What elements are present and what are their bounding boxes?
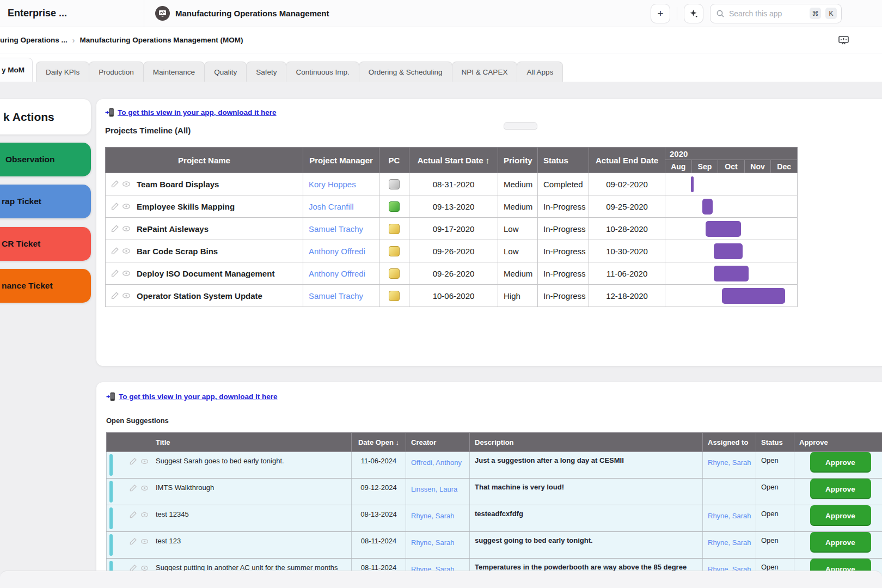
col-project-name[interactable]: Project Name bbox=[106, 148, 303, 173]
tab-bar: y MoMDaily KPIsProductionMaintenanceQual… bbox=[0, 58, 562, 82]
quick-action-cr-ticket[interactable]: CR Ticket bbox=[0, 227, 91, 261]
project-manager-link[interactable]: Anthony Offredi bbox=[303, 247, 365, 256]
project-manager-link[interactable]: Josh Cranfill bbox=[303, 202, 354, 211]
suggestion-title: Suggest Sarah goes to bed early tonight. bbox=[156, 457, 284, 465]
edit-icon[interactable] bbox=[128, 537, 138, 547]
actual-start-date: 08-31-2020 bbox=[409, 173, 498, 195]
presentation-mode-icon[interactable] bbox=[838, 35, 849, 46]
eye-icon[interactable] bbox=[121, 179, 131, 189]
ai-sparkle-button[interactable] bbox=[684, 4, 703, 23]
edit-icon[interactable] bbox=[128, 483, 138, 493]
eye-icon[interactable] bbox=[140, 457, 150, 467]
col-date-open[interactable]: Date Open ↓ bbox=[352, 433, 406, 452]
project-manager-link[interactable]: Kory Hoppes bbox=[303, 180, 356, 189]
edit-icon[interactable] bbox=[110, 246, 120, 256]
tab-continuous-imp[interactable]: Continuous Imp. bbox=[286, 62, 359, 82]
col-status[interactable]: Status bbox=[756, 433, 794, 452]
search-icon bbox=[716, 9, 725, 18]
app-search[interactable]: ⌘ K bbox=[710, 4, 842, 23]
edit-icon[interactable] bbox=[110, 179, 120, 189]
eye-icon[interactable] bbox=[121, 224, 131, 234]
approve-button[interactable]: Approve bbox=[810, 505, 871, 526]
tab-npi-capex[interactable]: NPI & CAPEX bbox=[452, 62, 518, 82]
tab-y-mom[interactable]: y MoM bbox=[0, 58, 33, 82]
suggestion-title: test 12345 bbox=[156, 510, 189, 518]
assigned-to-link[interactable]: Rhyne, Sarah bbox=[703, 452, 756, 479]
priority-value: Medium bbox=[498, 262, 538, 285]
quick-action-nance-ticket[interactable]: nance Ticket bbox=[0, 269, 91, 303]
col-pc[interactable]: PC bbox=[379, 148, 409, 173]
col-actual-end-date[interactable]: Actual End Date bbox=[589, 148, 665, 173]
col-title[interactable]: Title bbox=[107, 433, 352, 452]
tab-maintenance[interactable]: Maintenance bbox=[143, 62, 205, 82]
gantt-month-label: Sep bbox=[692, 160, 719, 173]
project-manager-link[interactable]: Samuel Trachy bbox=[303, 224, 363, 234]
project-manager-link[interactable]: Samuel Trachy bbox=[303, 291, 363, 301]
col-creator[interactable]: Creator bbox=[406, 433, 470, 452]
col-actual-start-date[interactable]: Actual Start Date ↑ bbox=[409, 148, 498, 173]
workspace-name[interactable]: Enterprise ... bbox=[0, 0, 144, 27]
download-view-link[interactable]: To get this view in your app, download i… bbox=[106, 392, 278, 401]
top-bar: Enterprise ... Manufacturing Operations … bbox=[0, 0, 882, 27]
quick-action-observation[interactable]: Observation bbox=[0, 143, 91, 176]
gantt-header: 2020 Aug Sep Oct Nov Dec bbox=[665, 148, 798, 173]
actual-start-date: 09-13-2020 bbox=[409, 195, 498, 218]
col-description[interactable]: Description bbox=[470, 433, 703, 452]
edit-icon[interactable] bbox=[128, 457, 138, 467]
project-manager-link[interactable]: Anthony Offredi bbox=[303, 269, 365, 278]
add-button[interactable]: + bbox=[651, 4, 670, 23]
edit-icon[interactable] bbox=[110, 224, 120, 234]
quick-action-rap-ticket[interactable]: rap Ticket bbox=[0, 185, 91, 218]
project-name: Employee Skills Mapping bbox=[137, 202, 235, 211]
download-view-link[interactable]: To get this view in your app, download i… bbox=[105, 108, 277, 117]
creator-link[interactable]: Rhyne, Sarah bbox=[406, 532, 470, 559]
creator-link[interactable]: Rhyne, Sarah bbox=[406, 505, 470, 532]
approve-button[interactable]: Approve bbox=[810, 479, 871, 499]
col-priority[interactable]: Priority bbox=[498, 148, 538, 173]
eye-icon[interactable] bbox=[121, 201, 131, 211]
assigned-to-link[interactable]: Rhyne, Sarah bbox=[703, 532, 756, 559]
edit-icon[interactable] bbox=[110, 268, 120, 278]
suggestion-row: Suggest Sarah goes to bed early tonight.… bbox=[107, 452, 882, 479]
edit-icon[interactable] bbox=[110, 291, 120, 301]
eye-icon[interactable] bbox=[121, 246, 131, 256]
edit-icon[interactable] bbox=[128, 510, 138, 520]
actual-start-date: 09-26-2020 bbox=[409, 262, 498, 285]
eye-icon[interactable] bbox=[121, 291, 131, 301]
creator-link[interactable]: Linssen, Laura bbox=[406, 479, 470, 505]
suggestion-accent-bar bbox=[109, 481, 113, 503]
projects-table: Project Name Project Manager PC Actual S… bbox=[105, 147, 798, 307]
eye-icon[interactable] bbox=[140, 510, 150, 520]
suggestion-row: test 123 08-11-2024 Rhyne, Sarah suggest… bbox=[107, 532, 882, 559]
col-project-manager[interactable]: Project Manager bbox=[303, 148, 379, 173]
eye-icon[interactable] bbox=[140, 483, 150, 493]
edit-icon[interactable] bbox=[110, 201, 120, 211]
tab-all-apps[interactable]: All Apps bbox=[517, 62, 563, 82]
timeline-scrollbar-handle[interactable] bbox=[504, 122, 537, 130]
projects-table-header-row: Project Name Project Manager PC Actual S… bbox=[106, 148, 798, 173]
tab-daily-kpis[interactable]: Daily KPIs bbox=[36, 62, 89, 82]
tab-safety[interactable]: Safety bbox=[246, 62, 286, 82]
assigned-to-link[interactable]: Rhyne, Sarah bbox=[703, 505, 756, 532]
col-assigned-to[interactable]: Assigned to bbox=[703, 433, 756, 452]
approve-button[interactable]: Approve bbox=[810, 532, 871, 553]
project-row: Deploy ISO Document Management Anthony O… bbox=[106, 262, 798, 285]
tab-quality[interactable]: Quality bbox=[204, 62, 247, 82]
breadcrumb-parent[interactable]: uring Operations ... bbox=[0, 36, 68, 44]
eye-icon[interactable] bbox=[140, 537, 150, 547]
status-value: In-Progress bbox=[538, 195, 589, 218]
status-value: Completed bbox=[538, 173, 589, 195]
approve-button[interactable]: Approve bbox=[810, 452, 871, 473]
eye-icon[interactable] bbox=[121, 268, 131, 278]
tab-ordering-scheduling[interactable]: Ordering & Scheduling bbox=[359, 62, 452, 82]
suggestion-description: suggest going to bed early tonight. bbox=[470, 532, 703, 559]
col-approve[interactable]: Approve bbox=[794, 433, 882, 452]
horizontal-scrollbar[interactable] bbox=[0, 571, 882, 588]
gantt-bar bbox=[714, 266, 749, 281]
creator-link[interactable]: Offredi, Anthony bbox=[406, 452, 470, 479]
tab-production[interactable]: Production bbox=[89, 62, 144, 82]
col-status[interactable]: Status bbox=[538, 148, 589, 173]
assigned-to-link[interactable] bbox=[703, 479, 756, 505]
search-input[interactable] bbox=[729, 9, 805, 18]
status-badge: Open bbox=[756, 505, 794, 532]
